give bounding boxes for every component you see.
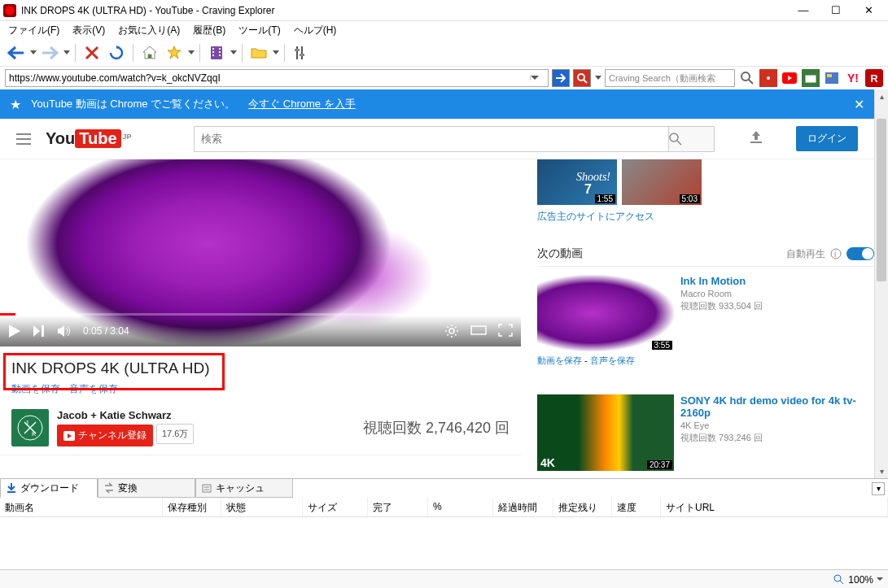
yt-search-input[interactable] xyxy=(194,126,669,152)
upload-button[interactable] xyxy=(747,129,767,149)
col-pct[interactable]: % xyxy=(428,498,493,516)
scroll-thumb[interactable] xyxy=(877,119,886,281)
play-icon[interactable] xyxy=(8,324,21,338)
chevron-down-icon[interactable] xyxy=(188,50,195,55)
related-title[interactable]: Ink In Motion xyxy=(680,275,763,287)
ad-thumb-2[interactable]: 5:03 xyxy=(622,159,702,205)
menu-file[interactable]: ファイル(F) xyxy=(2,22,66,39)
col-status[interactable]: 状態 xyxy=(221,498,303,516)
chevron-down-icon[interactable] xyxy=(595,76,601,81)
next-icon[interactable] xyxy=(33,324,46,338)
download-tabs: ダウンロード 変換 キャッシュ ▾ xyxy=(0,478,888,498)
col-done[interactable]: 完了 xyxy=(368,498,428,516)
minimize-button[interactable]: — xyxy=(787,2,820,20)
rec-button[interactable] xyxy=(759,69,777,87)
scroll-up-arrow[interactable]: ▴ xyxy=(875,89,888,103)
col-remain[interactable]: 推定残り xyxy=(553,498,612,516)
menu-history[interactable]: 履歴(B) xyxy=(186,22,232,39)
save-video-link[interactable]: 動画を保存 xyxy=(537,355,582,365)
video-title: INK DROPS 4K (ULTRA HD) xyxy=(11,359,510,377)
chevron-down-icon[interactable] xyxy=(877,577,883,581)
maximize-button[interactable]: ☐ xyxy=(820,2,852,20)
channel-avatar[interactable]: JK xyxy=(11,409,49,446)
chevron-down-icon[interactable] xyxy=(230,50,237,55)
panel-dropdown[interactable]: ▾ xyxy=(872,482,885,495)
search-button[interactable] xyxy=(573,69,591,87)
back-button[interactable] xyxy=(5,42,28,63)
video-player[interactable]: 0:05 / 3:04 xyxy=(0,159,521,346)
site-search-button[interactable] xyxy=(738,69,756,87)
chevron-down-icon[interactable] xyxy=(273,50,279,55)
youtube-logo[interactable]: YouTube JP xyxy=(46,129,132,148)
save-video-link[interactable]: 動画を保存 xyxy=(11,383,60,394)
scrollbar-top[interactable]: ▴ xyxy=(874,89,888,119)
video-button[interactable] xyxy=(205,42,228,63)
url-dropdown[interactable] xyxy=(530,76,545,81)
rakuten-button[interactable]: R xyxy=(865,69,883,87)
info-icon[interactable]: i xyxy=(830,248,842,259)
fullscreen-icon[interactable] xyxy=(498,324,513,337)
channel-name[interactable]: Jacob + Katie Schwarz xyxy=(57,409,194,421)
nico-button[interactable] xyxy=(802,69,820,87)
youtube-site-button[interactable] xyxy=(781,69,798,87)
related-title[interactable]: SONY 4K hdr demo video for 4k tv-2160p xyxy=(680,394,874,419)
col-size[interactable]: サイズ xyxy=(303,498,368,516)
vertical-scrollbar[interactable]: ▾ xyxy=(874,119,888,478)
menu-view[interactable]: 表示(V) xyxy=(66,22,112,39)
hamburger-button[interactable] xyxy=(16,133,33,145)
subscribe-button[interactable]: チャンネル登録 xyxy=(57,425,153,446)
theater-icon[interactable] xyxy=(470,324,487,337)
subscriber-count: 17.6万 xyxy=(156,424,194,444)
svg-rect-8 xyxy=(296,46,298,59)
x-icon xyxy=(85,46,99,60)
yt-search-button[interactable] xyxy=(669,126,715,152)
related-thumb[interactable]: 3:55 xyxy=(537,275,674,351)
zoom-control[interactable]: 100% xyxy=(833,574,883,586)
gear-icon[interactable] xyxy=(444,324,459,338)
save-audio-link[interactable]: 音声を保存 xyxy=(590,355,635,365)
favorites-button[interactable] xyxy=(163,42,186,63)
menu-tools[interactable]: ツール(T) xyxy=(232,22,287,39)
search-input[interactable]: Craving Search（動画検索 xyxy=(605,69,735,87)
scroll-down-arrow[interactable]: ▾ xyxy=(875,464,888,478)
col-type[interactable]: 保存種別 xyxy=(163,498,221,516)
go-button[interactable] xyxy=(552,69,570,87)
col-elapsed[interactable]: 経過時間 xyxy=(493,498,553,516)
menu-favorites[interactable]: お気に入り(A) xyxy=(112,22,186,39)
autoplay-control: 自動再生 i xyxy=(786,247,874,261)
ad-site-link[interactable]: 広告主のサイトにアクセス xyxy=(537,210,874,224)
ad-thumb-1[interactable]: Shoots! 7 1:55 xyxy=(537,159,617,205)
address-bar: Craving Search（動画検索 Y! R xyxy=(0,67,888,89)
related-item[interactable]: 4K 20:37 SONY 4K hdr demo video for 4k t… xyxy=(537,394,874,471)
yt-search xyxy=(194,126,715,152)
url-input[interactable] xyxy=(9,72,530,84)
folder-button[interactable] xyxy=(247,42,270,63)
tab-convert[interactable]: 変換 xyxy=(98,479,195,498)
yt-body: 0:05 / 3:04 INK DROPS 4K (ULTRA HD) 動画を保… xyxy=(0,159,874,478)
dailymotion-button[interactable] xyxy=(823,69,841,87)
related-thumb[interactable]: 4K 20:37 xyxy=(537,394,674,471)
reload-button[interactable] xyxy=(105,42,128,63)
svg-rect-5 xyxy=(219,48,221,50)
yahoo-button[interactable]: Y! xyxy=(844,69,862,87)
col-url[interactable]: サイトURL xyxy=(661,498,888,516)
settings-button[interactable] xyxy=(290,42,313,63)
close-button[interactable]: ✕ xyxy=(852,2,885,20)
banner-link[interactable]: 今すぐ Chrome を入手 xyxy=(248,97,355,111)
tab-download[interactable]: ダウンロード xyxy=(0,479,98,498)
col-name[interactable]: 動画名 xyxy=(0,498,163,516)
forward-button[interactable] xyxy=(38,42,61,63)
chevron-down-icon[interactable] xyxy=(30,50,37,55)
login-button[interactable]: ログイン xyxy=(796,126,858,151)
autoplay-toggle[interactable] xyxy=(846,247,874,260)
tab-cache[interactable]: キャッシュ xyxy=(195,479,293,498)
volume-icon[interactable] xyxy=(57,324,72,338)
save-audio-link[interactable]: 音声を保存 xyxy=(69,383,118,394)
banner-close[interactable]: ✕ xyxy=(854,97,864,112)
chevron-down-icon[interactable] xyxy=(63,50,70,55)
home-button[interactable] xyxy=(138,42,161,63)
stop-button[interactable] xyxy=(81,42,103,63)
col-speed[interactable]: 速度 xyxy=(612,498,661,516)
menu-help[interactable]: ヘルプ(H) xyxy=(287,22,343,39)
related-item[interactable]: 3:55 Ink In Motion Macro Room 視聴回数 933,5… xyxy=(537,275,874,351)
